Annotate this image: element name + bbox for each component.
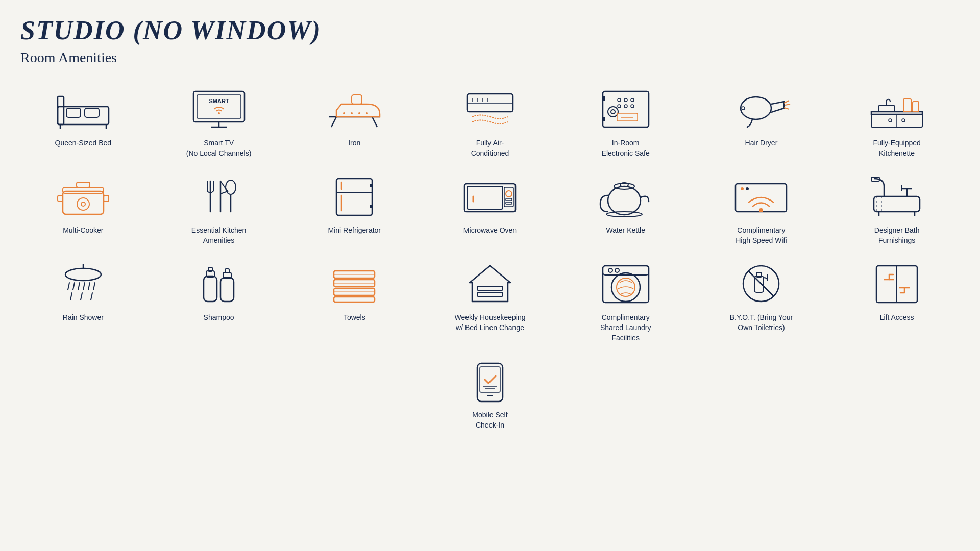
svg-point-31: [624, 105, 627, 108]
svg-line-40: [784, 101, 789, 103]
shampoo-label: Shampoo: [204, 313, 234, 323]
amenity-mini-fridge: Mini Refrigerator: [291, 173, 417, 245]
svg-line-13: [331, 117, 336, 127]
svg-point-57: [81, 202, 85, 206]
svg-point-124: [608, 268, 612, 272]
kitchenette-label: Fully-EquippedKitchenette: [873, 138, 920, 158]
smart-tv-label: Smart TV(No Local Channels): [186, 138, 252, 158]
wifi-label: ComplimentaryHigh Speed Wifi: [736, 226, 787, 245]
mini-fridge-label: Mini Refrigerator: [328, 226, 381, 236]
svg-point-86: [746, 187, 749, 190]
svg-point-65: [226, 180, 236, 194]
iron-label: Iron: [348, 138, 360, 148]
amenity-towels: Towels: [291, 261, 417, 343]
byot-label: B.Y.O.T. (Bring YourOwn Toiletries): [730, 313, 793, 333]
svg-rect-1: [58, 96, 64, 124]
amenity-bath-furnishings: Designer BathFurnishings: [834, 173, 960, 245]
lift-label: Lift Access: [880, 313, 914, 323]
svg-rect-122: [603, 266, 649, 303]
svg-rect-78: [506, 202, 512, 204]
svg-point-48: [902, 119, 905, 122]
air-conditioned-label: Fully Air-Conditioned: [471, 138, 509, 158]
mobile-checkin-label: Mobile SelfCheck-In: [472, 410, 507, 430]
amenity-water-kettle: Water Kettle: [563, 173, 689, 245]
svg-rect-71: [370, 205, 372, 208]
laundry-label: ComplimentaryShared LaundryFacilities: [600, 313, 651, 343]
svg-rect-51: [903, 99, 911, 112]
svg-rect-87: [874, 196, 920, 212]
air-conditioned-icon: [459, 86, 521, 132]
svg-point-9: [218, 112, 220, 114]
svg-rect-107: [204, 276, 217, 302]
svg-rect-15: [352, 95, 362, 104]
svg-point-27: [618, 98, 621, 102]
mini-fridge-icon: [324, 173, 385, 219]
svg-line-14: [372, 117, 377, 127]
svg-rect-58: [58, 195, 63, 202]
svg-point-28: [624, 98, 627, 102]
svg-line-103: [93, 283, 95, 290]
svg-rect-3: [85, 108, 99, 117]
svg-rect-110: [220, 278, 234, 302]
svg-rect-53: [63, 191, 104, 214]
electronic-safe-label: In-RoomElectronic Safe: [602, 138, 650, 158]
shampoo-icon: [188, 261, 250, 307]
svg-rect-2: [66, 108, 81, 117]
smart-tv-icon: SMART: [188, 86, 250, 132]
svg-line-104: [70, 293, 72, 300]
amenity-hair-dryer: Hair Dryer: [699, 86, 824, 158]
svg-rect-52: [913, 102, 919, 112]
kitchen-amenities-label: Essential KitchenAmenities: [191, 226, 246, 245]
svg-point-16: [343, 112, 345, 114]
svg-point-43: [742, 107, 745, 110]
svg-point-39: [741, 97, 771, 119]
hair-dryer-icon: [730, 86, 792, 132]
svg-point-47: [889, 119, 892, 122]
svg-rect-49: [879, 105, 894, 112]
svg-line-42: [784, 108, 789, 109]
svg-line-106: [91, 293, 92, 300]
bath-furnishings-label: Designer BathFurnishings: [874, 226, 920, 245]
svg-rect-116: [334, 297, 375, 302]
svg-rect-123: [603, 266, 649, 275]
water-kettle-label: Water Kettle: [606, 226, 645, 236]
microwave-icon: [459, 173, 521, 219]
kitchen-amenities-icon: [188, 173, 250, 219]
amenity-laundry: ComplimentaryShared LaundryFacilities: [563, 261, 689, 343]
svg-rect-26: [603, 91, 649, 127]
svg-rect-121: [477, 292, 503, 296]
microwave-label: Microwave Oven: [463, 226, 517, 236]
svg-point-79: [608, 186, 641, 215]
svg-point-85: [741, 187, 744, 190]
multi-cooker-icon: [53, 173, 114, 219]
electronic-safe-icon: [595, 86, 656, 132]
kitchenette-icon: [866, 86, 927, 132]
svg-point-30: [618, 105, 621, 108]
amenity-byot: B.Y.O.T. (Bring YourOwn Toiletries): [699, 261, 824, 343]
svg-rect-59: [104, 195, 109, 202]
amenity-wifi: ComplimentaryHigh Speed Wifi: [699, 173, 824, 245]
svg-rect-54: [63, 187, 104, 193]
svg-rect-55: [77, 182, 90, 187]
wifi-icon: [730, 173, 792, 219]
amenity-kitchen-amenities: Essential KitchenAmenities: [156, 173, 282, 245]
svg-point-19: [366, 112, 368, 114]
svg-line-101: [83, 283, 85, 290]
amenity-shampoo: Shampoo: [156, 261, 282, 343]
lift-icon: [866, 261, 927, 307]
svg-line-105: [81, 293, 82, 300]
svg-line-100: [78, 283, 80, 290]
svg-rect-120: [477, 286, 503, 290]
amenity-rain-shower: Rain Shower: [20, 261, 146, 343]
svg-point-96: [65, 268, 101, 281]
svg-text:SMART: SMART: [209, 98, 229, 104]
mobile-checkin-icon: [459, 358, 521, 404]
svg-point-126: [611, 273, 640, 302]
byot-icon: [730, 261, 792, 307]
amenity-iron: Iron: [291, 86, 417, 158]
svg-rect-35: [603, 96, 605, 101]
amenity-housekeeping: Weekly Housekeepingw/ Bed Linen Change: [427, 261, 553, 343]
svg-point-29: [631, 98, 634, 102]
svg-line-98: [68, 283, 69, 290]
svg-point-56: [77, 198, 89, 210]
